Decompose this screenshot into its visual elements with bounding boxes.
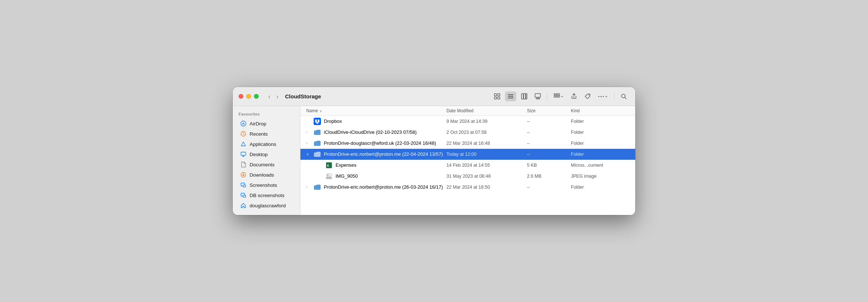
action-icon xyxy=(554,93,560,99)
action-dropdown-icon xyxy=(561,95,564,98)
airdrop-icon xyxy=(240,120,247,127)
folder-icon-proton3 xyxy=(314,184,321,191)
window-title: CloudStorage xyxy=(285,93,487,99)
action-button[interactable] xyxy=(551,91,566,101)
file-date-proton1: 22 Mar 2024 at 16:48 xyxy=(446,141,527,146)
sidebar-item-airdrop[interactable]: AirDrop xyxy=(234,118,299,129)
tag-icon xyxy=(584,93,591,99)
svg-rect-19 xyxy=(558,96,560,97)
share-icon xyxy=(571,93,577,99)
forward-button[interactable]: › xyxy=(274,92,281,101)
date-col-label: Date Modified xyxy=(446,108,474,113)
name-column-header[interactable]: Name ∨ xyxy=(306,108,446,113)
back-button[interactable]: ‹ xyxy=(266,92,273,101)
file-name-cell-proton3: › ProtonDrive-eric.norbert@proton.me (26… xyxy=(306,184,446,191)
file-name-img9050: IMG_9050 xyxy=(336,173,358,179)
file-kind-expenses: Micros...cument xyxy=(571,163,629,168)
desktop-label: Desktop xyxy=(250,152,268,157)
file-row-proton3[interactable]: › ProtonDrive-eric.norbert@proton.me (26… xyxy=(300,182,635,193)
favourites-label: Favourites xyxy=(233,110,300,118)
sidebar-item-home[interactable]: douglascrawford xyxy=(234,200,299,211)
file-name-cell-proton1: › ProtonDrive-douglascr@wford.uk (22-03-… xyxy=(306,140,446,147)
file-name-cell-dropbox: Dropbox xyxy=(306,118,446,125)
file-row-proton1[interactable]: › ProtonDrive-douglascr@wford.uk (22-03-… xyxy=(300,138,635,149)
finder-window: ‹ › CloudStorage xyxy=(233,87,635,215)
svg-point-21 xyxy=(598,96,599,97)
more-button[interactable] xyxy=(595,93,610,100)
airdrop-label: AirDrop xyxy=(250,121,266,127)
sidebar-item-recents[interactable]: Recents xyxy=(234,129,299,139)
file-list: Dropbox 9 Mar 2024 at 14:39 -- Folder › xyxy=(300,116,635,215)
svg-point-20 xyxy=(588,95,589,95)
search-icon xyxy=(621,93,627,99)
file-row-dropbox[interactable]: Dropbox 9 Mar 2024 at 14:39 -- Folder xyxy=(300,116,635,127)
svg-rect-0 xyxy=(494,94,497,96)
kind-col-label: Kind xyxy=(571,108,580,113)
db-screenshots-icon xyxy=(240,192,247,199)
file-row-icloud[interactable]: › iCloudDrive-iCloudDrive (02-10-2023 07… xyxy=(300,127,635,138)
kind-column-header[interactable]: Kind xyxy=(571,108,629,113)
file-size-expenses: 5 KB xyxy=(527,163,571,168)
fullscreen-button[interactable] xyxy=(254,94,259,99)
applications-icon xyxy=(240,141,247,147)
file-name-cell-icloud: › iCloudDrive-iCloudDrive (02-10-2023 07… xyxy=(306,129,446,136)
list-view-button[interactable] xyxy=(505,91,516,101)
size-col-label: Size xyxy=(527,108,535,113)
sidebar-item-desktop[interactable]: Desktop xyxy=(234,149,299,159)
svg-rect-9 xyxy=(526,94,527,99)
titlebar: ‹ › CloudStorage xyxy=(233,87,635,106)
size-column-header[interactable]: Size xyxy=(527,108,571,113)
folder-icon-proton1 xyxy=(314,140,321,147)
sidebar-item-applications[interactable]: Applications xyxy=(234,139,299,149)
svg-rect-5 xyxy=(508,96,513,97)
icon-view-button[interactable] xyxy=(491,91,503,101)
file-name-proton1: ProtonDrive-douglascr@wford.uk (22-03-20… xyxy=(324,140,436,146)
expand-arrow-icloud: › xyxy=(306,130,311,134)
file-row-img9050[interactable]: IMG_9050 31 May 2023 at 08:48 2.6 MB JPE… xyxy=(300,171,635,182)
sidebar-item-downloads[interactable]: Downloads xyxy=(234,170,299,180)
file-kind-icloud: Folder xyxy=(571,130,629,135)
recents-icon xyxy=(240,131,247,137)
file-name-proton3: ProtonDrive-eric.norbert@proton.me (26-0… xyxy=(324,184,443,190)
share-button[interactable] xyxy=(568,91,580,101)
svg-rect-10 xyxy=(535,94,540,97)
svg-point-25 xyxy=(241,121,246,126)
gallery-view-button[interactable] xyxy=(532,91,543,101)
file-date-proton2: Today at 12:00 xyxy=(446,152,527,157)
file-row-expenses[interactable]: X Expenses 14 Feb 2024 at 14:55 5 KB Mic… xyxy=(300,160,635,171)
list-view-icon xyxy=(508,93,514,99)
file-name-icloud: iCloudDrive-iCloudDrive (02-10-2023 07/5… xyxy=(324,129,417,135)
svg-rect-2 xyxy=(494,97,497,99)
icon-view-icon xyxy=(494,93,500,99)
sidebar-item-db-screenshots[interactable]: DB screenshots xyxy=(234,190,299,200)
file-date-proton3: 22 Mar 2024 at 16:50 xyxy=(446,185,527,190)
svg-rect-18 xyxy=(556,96,558,97)
file-row-proton2[interactable]: ∨ ProtonDrive-eric.norbert@proton.me (22… xyxy=(300,149,635,160)
minimize-button[interactable] xyxy=(246,94,251,99)
close-button[interactable] xyxy=(239,94,243,99)
svg-rect-6 xyxy=(508,98,513,98)
search-button[interactable] xyxy=(618,91,629,101)
file-name-dropbox: Dropbox xyxy=(324,118,342,124)
svg-rect-16 xyxy=(558,94,560,95)
expand-arrow-proton2: ∨ xyxy=(306,152,311,156)
home-icon xyxy=(240,202,247,209)
file-kind-proton3: Folder xyxy=(571,185,629,190)
sidebar-item-screenshots[interactable]: Screenshots xyxy=(234,180,299,190)
file-date-expenses: 14 Feb 2024 at 14:55 xyxy=(446,163,527,168)
documents-icon xyxy=(240,161,247,168)
folder-icon-proton2 xyxy=(314,151,321,158)
expand-arrow-proton1: › xyxy=(306,141,311,145)
file-date-icloud: 2 Oct 2023 at 07:58 xyxy=(446,130,527,135)
svg-rect-31 xyxy=(243,185,246,187)
date-column-header[interactable]: Date Modified xyxy=(446,108,527,113)
sidebar-item-documents[interactable]: Documents xyxy=(234,159,299,170)
tag-button[interactable] xyxy=(582,91,593,101)
file-size-icloud: -- xyxy=(527,130,571,135)
column-view-icon xyxy=(521,93,527,99)
jpeg-icon xyxy=(325,173,333,180)
desktop-icon xyxy=(240,151,247,158)
svg-point-37 xyxy=(327,174,329,176)
column-view-button[interactable] xyxy=(519,91,530,101)
svg-point-23 xyxy=(603,96,604,97)
